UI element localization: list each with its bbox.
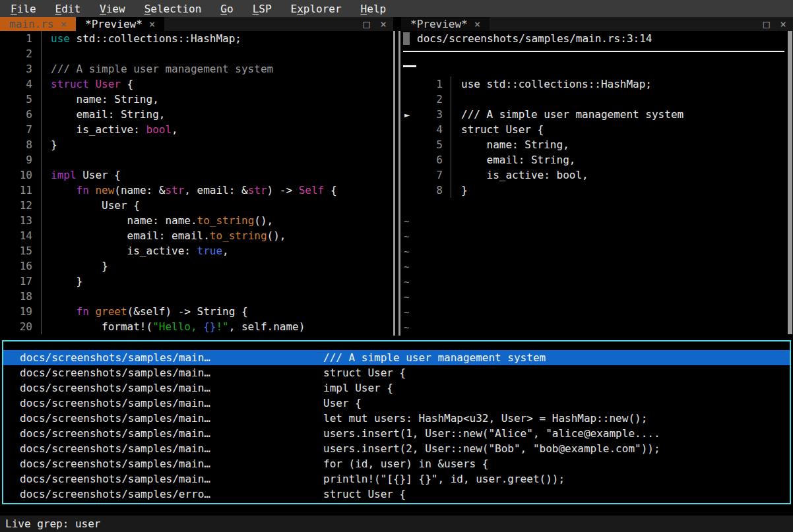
code-line[interactable]: 18: [0, 289, 393, 304]
tilde-marker: ~: [401, 214, 409, 229]
left-editor-scrollbar[interactable]: [393, 31, 395, 336]
result-match-text: /// A simple user management system: [323, 351, 790, 364]
menu-item-selection[interactable]: Selection: [144, 3, 202, 15]
preview-divider-rule: [403, 51, 784, 52]
menu-item-lsp[interactable]: LSP: [253, 3, 272, 15]
menu-item-explorer[interactable]: Explorer: [291, 3, 342, 15]
code-line[interactable]: 14 email: email.to_string(),: [0, 228, 393, 243]
line-number: 18: [0, 289, 42, 304]
menu-item-view[interactable]: View: [100, 3, 125, 15]
preview-code-line[interactable]: 2: [401, 92, 788, 107]
code-text: impl User {: [51, 169, 121, 181]
code-line[interactable]: 10impl User {: [0, 167, 393, 183]
code-line[interactable]: 4struct User {: [0, 76, 393, 92]
code-line[interactable]: 12 User {: [0, 198, 393, 213]
preview-code-line[interactable]: 4struct User {: [401, 122, 788, 137]
result-path: docs/screenshots/samples/erro…: [20, 488, 323, 500]
code-line[interactable]: 3/// A simple user management system: [0, 61, 393, 76]
code-line[interactable]: 17 }: [0, 274, 393, 289]
result-row[interactable]: docs/screenshots/samples/erro…struct Use…: [3, 487, 790, 502]
code-line[interactable]: 16 }: [0, 258, 393, 274]
code-line[interactable]: 6 email: String,: [0, 107, 393, 122]
menu-item-edit[interactable]: Edit: [55, 3, 81, 15]
result-row[interactable]: docs/screenshots/samples/main…User {: [3, 396, 790, 411]
line-number: 17: [0, 274, 42, 289]
preview-code-line[interactable]: 1use std::collections::HashMap;: [401, 76, 788, 92]
line-number: 11: [0, 183, 42, 198]
code-line[interactable]: 11 fn new(name: &str, email: &str) -> Se…: [0, 183, 393, 198]
code-text: /// A simple user management system: [461, 108, 683, 121]
maximize-icon[interactable]: □: [763, 18, 770, 30]
line-number: 8: [417, 183, 451, 198]
tab-close-icon[interactable]: ×: [474, 18, 481, 30]
tab-preview[interactable]: *Preview*×: [76, 17, 164, 31]
left-pane-window-controls: □ ×: [364, 17, 393, 31]
result-row[interactable]: docs/screenshots/samples/main…impl User …: [3, 380, 790, 396]
pane-divider[interactable]: [398, 31, 400, 336]
line-number: 7: [0, 122, 42, 137]
left-pane-tab-bar: main.rs×*Preview*× □ ×: [0, 17, 393, 31]
code-line[interactable]: 20 format!("Hello, {}!", self.name): [0, 319, 393, 334]
code-line[interactable]: 8}: [0, 137, 393, 152]
right-preview-editor[interactable]: docs/screenshots/samples/main.rs:3:14 1u…: [401, 31, 788, 336]
result-row[interactable]: docs/screenshots/samples/main…println!("…: [3, 471, 790, 487]
tab-close-icon[interactable]: ×: [60, 18, 67, 30]
result-path: docs/screenshots/samples/main…: [20, 442, 323, 455]
tab-close-icon[interactable]: ×: [149, 18, 156, 30]
result-match-text: User {: [323, 397, 790, 409]
result-match-text: users.insert(2, User::new("Bob", "bob@ex…: [323, 442, 790, 455]
tab-main-rs[interactable]: main.rs×: [0, 17, 76, 31]
preview-code-block: 1use std::collections::HashMap;2►3/// A …: [401, 76, 788, 198]
preview-code-line[interactable]: 7 is_active: bool,: [401, 167, 788, 183]
line-number: 4: [0, 76, 42, 92]
menu-item-file[interactable]: File: [11, 3, 36, 15]
preview-code-line[interactable]: ►3/// A simple user management system: [401, 107, 788, 122]
line-number: 4: [417, 122, 451, 137]
code-text: }: [51, 275, 82, 287]
maximize-icon[interactable]: □: [364, 18, 370, 30]
result-row[interactable]: docs/screenshots/samples/main…/// A simp…: [3, 350, 790, 365]
tilde-marker: ~: [401, 289, 409, 305]
result-path: docs/screenshots/samples/main…: [20, 397, 323, 409]
result-row[interactable]: docs/screenshots/samples/main…struct Use…: [3, 365, 790, 380]
tab-label: main.rs: [9, 18, 53, 30]
result-match-text: struct User {: [323, 488, 790, 500]
close-icon[interactable]: ×: [780, 18, 786, 30]
code-line[interactable]: 15 is_active: true,: [0, 243, 393, 258]
code-line[interactable]: 1use std::collections::HashMap;: [0, 31, 393, 46]
preview-dash: [403, 65, 416, 67]
code-text: }: [51, 260, 108, 272]
code-text: email: String,: [461, 154, 575, 166]
code-text: name: name.to_string(),: [51, 214, 273, 227]
tab-preview-right[interactable]: *Preview* ×: [401, 17, 490, 31]
preview-code-line[interactable]: 6 email: String,: [401, 152, 788, 167]
close-icon[interactable]: ×: [380, 18, 387, 30]
preview-location-line: docs/screenshots/samples/main.rs:3:14: [401, 31, 788, 46]
code-text: email: String,: [51, 108, 165, 121]
code-line[interactable]: 2: [0, 46, 393, 61]
code-line[interactable]: 7 is_active: bool,: [0, 122, 393, 137]
preview-code-line[interactable]: 8}: [401, 183, 788, 198]
code-line[interactable]: 19 fn greet(&self) -> String {: [0, 304, 393, 319]
code-line[interactable]: 9: [0, 152, 393, 167]
tilde-marker: ~: [401, 229, 409, 244]
status-bar: Live grep: user: [0, 516, 793, 532]
code-text: fn new(name: &str, email: &str) -> Self …: [51, 184, 337, 196]
result-row[interactable]: docs/screenshots/samples/main…for (id, u…: [3, 456, 790, 471]
left-editor[interactable]: 1use std::collections::HashMap;23/// A s…: [0, 31, 393, 336]
result-row[interactable]: docs/screenshots/samples/main…users.inse…: [3, 441, 790, 456]
code-line[interactable]: 5 name: String,: [0, 92, 393, 107]
line-number: 1: [0, 31, 42, 46]
result-row[interactable]: docs/screenshots/samples/main…users.inse…: [3, 426, 790, 441]
code-line[interactable]: 13 name: name.to_string(),: [0, 213, 393, 228]
line-number: 5: [417, 137, 451, 152]
preview-code-line[interactable]: 5 name: String,: [401, 137, 788, 152]
menu-item-help[interactable]: Help: [361, 3, 387, 15]
menu-item-go[interactable]: Go: [220, 3, 233, 15]
line-number: 19: [0, 304, 42, 319]
result-row[interactable]: docs/screenshots/samples/main…let mut us…: [3, 411, 790, 426]
right-editor-scrollbar[interactable]: [788, 31, 792, 334]
code-text: is_active: bool,: [51, 123, 178, 136]
tilde-marker: ~: [401, 244, 409, 259]
line-number: 14: [0, 228, 42, 243]
